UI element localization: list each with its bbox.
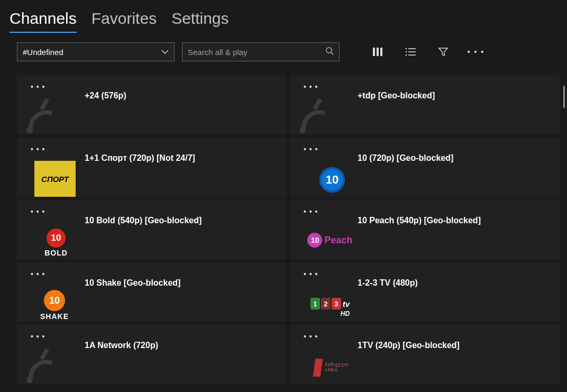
svg-line-1 <box>331 52 333 54</box>
svg-rect-10 <box>408 54 416 56</box>
channel-card[interactable]: • • • +tdp [Geo-blocked] <box>290 75 560 134</box>
search-icon <box>325 47 334 57</box>
channel-logo: СПОРТ <box>17 161 76 197</box>
svg-rect-12 <box>40 98 49 110</box>
card-more-icon[interactable]: • • • <box>304 145 318 153</box>
svg-point-11 <box>26 127 33 133</box>
category-dropdown[interactable]: #Undefined <box>17 42 175 61</box>
channel-title: 10 Shake [Geo-blocked] <box>85 278 180 288</box>
dots-icon: • • • <box>468 48 484 56</box>
channel-title: 1A Network (720p) <box>85 341 158 350</box>
logo-10: 10 <box>319 167 345 193</box>
channel-title: 10 Bold (540p) [Geo-blocked] <box>85 216 202 225</box>
tab-favorites[interactable]: Favorites <box>92 10 157 32</box>
channel-grid-wrapper: • • • +24 (576p) • • • +tdp [Geo-blocked… <box>0 69 567 392</box>
scrollbar-thumb[interactable] <box>563 86 565 108</box>
card-more-icon[interactable]: • • • <box>304 207 318 216</box>
logo-1tv: პირველი არხი <box>314 359 349 377</box>
card-more-icon[interactable]: • • • <box>304 332 318 341</box>
channel-card[interactable]: • • • +24 (576p) <box>17 75 287 134</box>
list-icon <box>405 48 416 56</box>
channel-grid: • • • +24 (576p) • • • +tdp [Geo-blocked… <box>17 75 563 384</box>
channel-card[interactable]: • • • 1TV (240p) [Geo-blocked] პირველი ა… <box>290 325 560 384</box>
channel-card[interactable]: • • • 10 Bold (540p) [Geo-blocked] 10 BO… <box>17 200 287 259</box>
tab-settings[interactable]: Settings <box>171 10 228 32</box>
svg-rect-14 <box>313 98 322 110</box>
logo-123tv: 123 tv HD <box>310 298 350 317</box>
channel-card[interactable]: • • • 1A Network (720p) <box>17 325 287 384</box>
channel-card[interactable]: • • • 1+1 Спорт (720p) [Not 24/7] СПОРТ <box>17 138 287 197</box>
svg-rect-16 <box>40 348 49 360</box>
tool-buttons: • • • <box>366 42 488 61</box>
search-input[interactable] <box>188 48 325 57</box>
filter-button[interactable] <box>432 42 455 61</box>
channel-card[interactable]: • • • 10 (720p) [Geo-blocked] 10 <box>290 138 560 197</box>
channel-title: 10 Peach (540p) [Geo-blocked] <box>358 216 481 225</box>
svg-point-7 <box>406 51 407 53</box>
channel-title: +24 (576p) <box>85 91 126 101</box>
channel-title: 10 (720p) [Geo-blocked] <box>358 153 453 163</box>
svg-rect-2 <box>373 48 375 56</box>
channel-logo: 10 <box>290 167 349 197</box>
channel-logo: პირველი არხი <box>290 359 349 384</box>
channel-card[interactable]: • • • 1-2-3 TV (480p) 123 tv HD <box>290 262 560 322</box>
channel-logo: 10 BOLD <box>17 229 76 259</box>
logo-10shake: 10 SHAKE <box>40 290 69 321</box>
logo-sport: СПОРТ <box>34 161 76 197</box>
satellite-icon <box>20 347 62 384</box>
columns-icon <box>372 47 383 57</box>
chevron-down-icon <box>161 47 169 57</box>
satellite-icon <box>20 97 62 134</box>
logo-10peach: 10 Peach <box>307 233 352 248</box>
channel-logo: 10 Peach <box>290 233 349 259</box>
svg-point-0 <box>326 48 332 53</box>
svg-point-15 <box>26 377 33 383</box>
satellite-icon <box>293 97 335 134</box>
toolbar: #Undefined <box>0 38 567 69</box>
svg-rect-4 <box>380 48 382 56</box>
more-button[interactable]: • • • <box>464 42 488 61</box>
card-more-icon[interactable]: • • • <box>304 83 318 91</box>
view-columns-button[interactable] <box>366 42 389 61</box>
logo-10bold: 10 BOLD <box>44 229 68 257</box>
card-more-icon[interactable]: • • • <box>31 332 45 341</box>
filter-icon <box>438 47 448 57</box>
card-more-icon[interactable]: • • • <box>31 207 45 216</box>
channel-card[interactable]: • • • 10 Peach (540p) [Geo-blocked] 10 P… <box>290 200 560 259</box>
channel-title: 1+1 Спорт (720p) [Not 24/7] <box>85 153 195 163</box>
channel-title: +tdp [Geo-blocked] <box>358 91 435 101</box>
svg-point-13 <box>299 127 306 133</box>
svg-point-9 <box>406 54 407 56</box>
svg-rect-3 <box>377 48 379 56</box>
dropdown-value: #Undefined <box>23 48 63 57</box>
svg-rect-6 <box>408 48 416 49</box>
search-box[interactable] <box>182 42 340 61</box>
channel-logo: 123 tv HD <box>290 298 349 322</box>
svg-point-5 <box>406 48 407 50</box>
card-more-icon[interactable]: • • • <box>304 270 318 278</box>
nav-tabs: Channels Favorites Settings <box>0 0 567 38</box>
channel-title: 1-2-3 TV (480p) <box>358 278 418 288</box>
card-more-icon[interactable]: • • • <box>31 83 45 91</box>
view-list-button[interactable] <box>399 42 422 61</box>
svg-rect-8 <box>408 51 416 52</box>
tab-channels[interactable]: Channels <box>10 10 77 33</box>
card-more-icon[interactable]: • • • <box>31 270 45 278</box>
card-more-icon[interactable]: • • • <box>31 145 45 153</box>
channel-title: 1TV (240p) [Geo-blocked] <box>358 341 460 350</box>
channel-card[interactable]: • • • 10 Shake [Geo-blocked] 10 SHAKE <box>17 262 287 322</box>
channel-logo: 10 SHAKE <box>17 290 76 322</box>
